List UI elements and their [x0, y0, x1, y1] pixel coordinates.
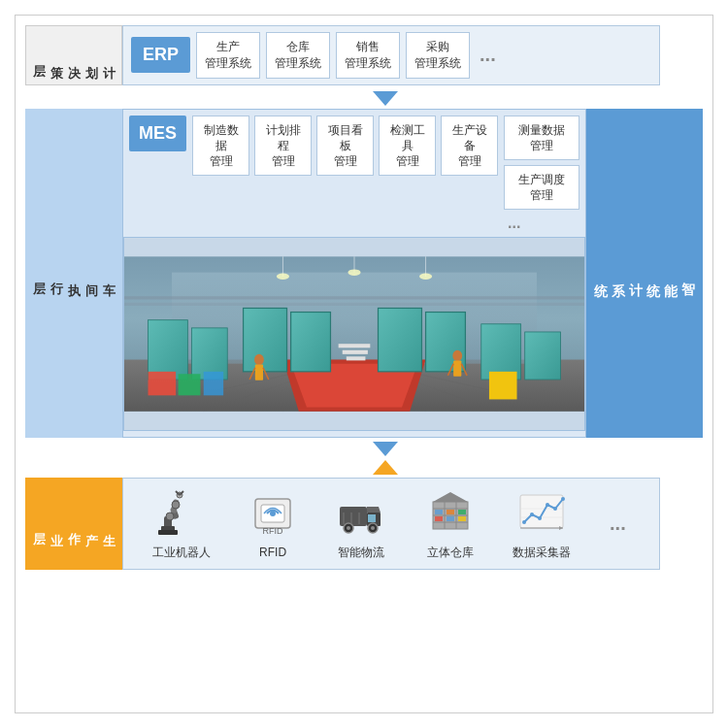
svg-text:RFID: RFID	[263, 526, 283, 536]
svg-rect-25	[489, 372, 517, 400]
svg-rect-58	[368, 514, 376, 522]
rfid-icon: RFID	[247, 487, 300, 541]
mes-module-3: 项目看板管理	[316, 116, 374, 176]
robot-icon	[155, 486, 209, 540]
svg-point-87	[553, 507, 557, 511]
production-layer-label: 生产作业层	[25, 478, 122, 570]
svg-point-88	[561, 497, 565, 501]
down-arrow-blue	[373, 91, 398, 106]
rfid-label: RFID	[259, 546, 286, 559]
svg-point-84	[530, 513, 534, 516]
production-content: 工业机器人 RFID RFI	[122, 478, 660, 570]
erp-mes-arrow	[25, 91, 703, 106]
svg-rect-13	[204, 372, 223, 396]
svg-rect-79	[458, 516, 466, 521]
mes-right-module-1: 测量数据管理	[504, 116, 579, 160]
svg-rect-23	[481, 324, 521, 380]
truck-icon	[335, 486, 388, 540]
svg-marker-67	[433, 492, 468, 502]
svg-rect-76	[458, 510, 466, 514]
mes-module-2: 计划排程管理	[254, 116, 312, 176]
svg-rect-16	[244, 308, 287, 371]
svg-point-26	[254, 354, 264, 365]
svg-rect-24	[525, 332, 561, 380]
datacollector-item: 数据采集器	[513, 486, 571, 561]
svg-point-35	[277, 273, 289, 280]
svg-point-37	[347, 269, 360, 276]
production-dots: ...	[606, 513, 630, 535]
up-arrow-orange	[373, 460, 398, 475]
plan-layer-label: 计划决策层	[25, 25, 122, 85]
svg-point-30	[452, 350, 462, 361]
warehouse-item: 立体仓库	[423, 486, 477, 561]
svg-point-61	[347, 526, 350, 530]
mes-right-modules: 测量数据管理 生产调度管理 ...	[504, 116, 579, 232]
mes-top: MES 制造数据管理 计划排程管理 项目看板管理 检测工具管理 生产设备管理 测…	[129, 116, 579, 232]
mes-module-5: 生产设备管理	[441, 116, 498, 176]
svg-rect-17	[291, 312, 331, 371]
warehouse-icon	[423, 486, 477, 540]
erp-dots: ...	[476, 44, 500, 66]
workshop-label: 车间执行层	[25, 109, 122, 438]
erp-module-1: 生产管理系统	[196, 32, 260, 79]
svg-rect-11	[149, 372, 177, 396]
mes-dots: ...	[504, 215, 579, 232]
svg-rect-74	[435, 510, 443, 514]
warehouse-label: 立体仓库	[427, 545, 474, 561]
erp-module-2: 仓库管理系统	[266, 32, 330, 79]
mes-label: MES	[129, 116, 186, 151]
svg-rect-21	[343, 350, 368, 354]
svg-rect-12	[179, 374, 201, 395]
svg-point-46	[166, 513, 174, 520]
bidirectional-arrows	[373, 442, 398, 475]
robot-item: 工业机器人	[152, 486, 211, 561]
mes-right-module-2: 生产调度管理	[504, 165, 579, 210]
factory-scene-area	[123, 237, 585, 431]
svg-point-54	[270, 511, 276, 516]
robot-label: 工业机器人	[152, 545, 211, 561]
datacollector-icon	[514, 486, 568, 540]
truck-item: 智能物流	[335, 486, 388, 561]
svg-rect-22	[347, 356, 366, 360]
mes-module-1: 制造数据管理	[192, 116, 249, 176]
svg-rect-20	[339, 344, 371, 347]
right-spacer-bottom	[660, 478, 703, 570]
svg-point-85	[538, 516, 542, 520]
erp-module-3: 销售管理系统	[336, 32, 400, 79]
smart-stats-label: 智能统计系统	[586, 109, 703, 438]
svg-point-63	[371, 526, 375, 530]
svg-rect-78	[447, 516, 454, 521]
mes-module-4: 检测工具管理	[379, 116, 436, 176]
erp-module-4: 采购管理系统	[406, 32, 470, 79]
main-container: 计划决策层 ERP 生产管理系统 仓库管理系统 销售管理系统 采购管理系统 ..…	[15, 15, 713, 713]
svg-rect-40	[124, 296, 584, 299]
bidirectional-arrow-row	[25, 442, 703, 475]
svg-point-86	[546, 503, 549, 507]
right-spacer-top	[660, 25, 703, 85]
svg-point-83	[522, 520, 526, 524]
svg-rect-27	[255, 364, 263, 380]
svg-point-39	[419, 273, 432, 280]
erp-label: ERP	[131, 37, 190, 73]
datacollector-label: 数据采集器	[513, 545, 571, 561]
svg-rect-31	[453, 360, 461, 376]
plan-layer-row: 计划决策层 ERP 生产管理系统 仓库管理系统 销售管理系统 采购管理系统 ..…	[25, 25, 703, 85]
rfid-item: RFID RFID	[247, 487, 300, 559]
svg-marker-59	[367, 507, 381, 513]
truck-label: 智能物流	[338, 545, 384, 561]
factory-svg	[124, 238, 584, 430]
svg-rect-77	[435, 516, 443, 521]
mes-modules: 制造数据管理 计划排程管理 项目看板管理 检测工具管理 生产设备管理	[192, 116, 498, 176]
svg-rect-9	[149, 320, 188, 380]
svg-rect-18	[379, 308, 422, 371]
mes-area: MES 制造数据管理 计划排程管理 项目看板管理 检测工具管理 生产设备管理 测…	[122, 109, 586, 438]
production-layer-row: 生产作业层	[25, 478, 703, 570]
workshop-row: 车间执行层 MES 制造数据管理 计划排程管理 项目看板管理 检测工具管理 生产…	[25, 109, 703, 438]
svg-rect-51	[158, 530, 178, 535]
down-arrow-blue2	[373, 442, 398, 456]
erp-content: ERP 生产管理系统 仓库管理系统 销售管理系统 采购管理系统 ...	[122, 25, 660, 85]
svg-rect-75	[447, 510, 454, 514]
svg-point-47	[172, 501, 180, 509]
svg-rect-41	[124, 303, 584, 306]
svg-rect-80	[520, 495, 563, 528]
